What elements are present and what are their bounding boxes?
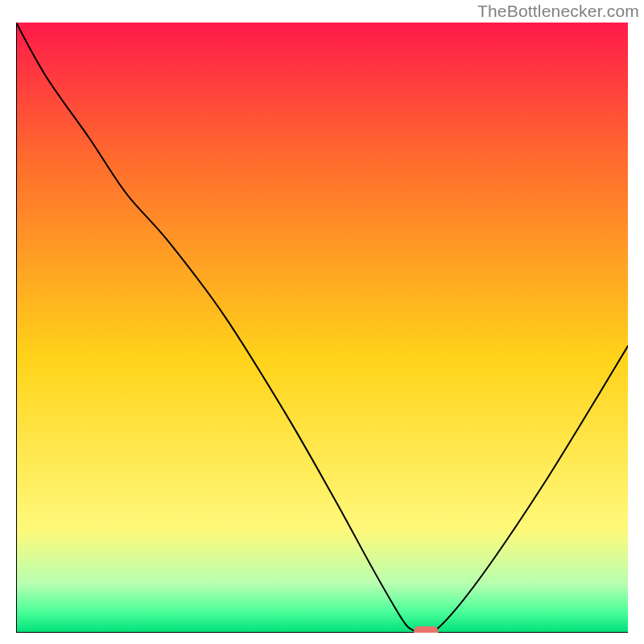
attribution-label: TheBottlenecker.com [477, 2, 639, 21]
background-gradient [16, 23, 628, 633]
chart-svg [16, 23, 628, 633]
minimum-marker [414, 626, 438, 633]
bottleneck-chart: TheBottlenecker.com [0, 0, 644, 644]
plot-area [16, 23, 628, 633]
